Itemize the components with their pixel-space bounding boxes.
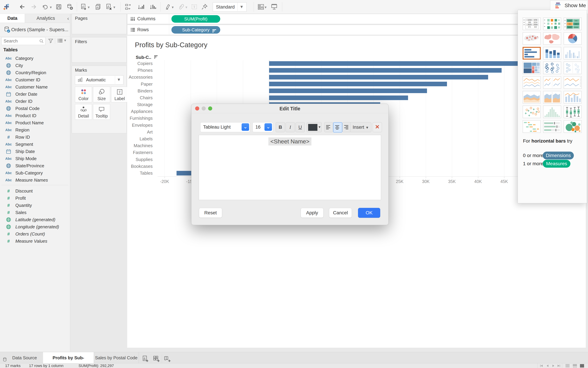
font-size-select[interactable]: 16 ⌄ <box>252 122 273 132</box>
field-item[interactable]: AbcCustomer Name <box>0 83 70 91</box>
new-datasource-button[interactable] <box>67 3 73 10</box>
show-hide-cards-button[interactable] <box>258 3 264 10</box>
row-label[interactable]: Bookcases <box>131 164 153 169</box>
row-field-header[interactable]: Sub-C.. <box>136 55 158 60</box>
showme-thumb-bullet-graph[interactable] <box>543 120 561 133</box>
showme-thumb-box-and-whisker[interactable] <box>564 106 582 118</box>
cards-caret-icon[interactable]: ▾ <box>265 5 267 9</box>
title-text-area[interactable]: <Sheet Name> <box>199 135 381 200</box>
new-worksheet-caret-icon[interactable]: ▾ <box>88 5 90 9</box>
showme-thumb-area-discrete[interactable] <box>543 91 561 103</box>
tab-sales-by-postal-code[interactable]: Sales by Postal Code <box>94 352 139 363</box>
row-label[interactable]: Paper <box>141 82 153 87</box>
sort-ascending-button[interactable] <box>138 3 145 10</box>
filmstrip-view-icon[interactable] <box>573 364 577 368</box>
fix-axes-button[interactable] <box>201 3 208 10</box>
row-label[interactable]: Accessories <box>129 74 153 80</box>
row-label[interactable]: Tables <box>140 171 153 176</box>
show-me-button[interactable]: Show Me <box>550 0 588 10</box>
bold-button[interactable]: B <box>276 122 285 132</box>
field-item[interactable]: Longitude (generated) <box>0 223 70 230</box>
showme-thumb-filled-map[interactable] <box>543 32 561 45</box>
bar-chairs[interactable] <box>269 95 408 100</box>
new-worksheet-button[interactable] <box>80 3 87 10</box>
columns-shelf[interactable]: Columns SUM(Profit) <box>127 14 519 24</box>
mark-type-selector[interactable]: Automatic ▼ <box>75 75 124 85</box>
label-button[interactable]: T Label <box>111 87 128 102</box>
duplicate-sheet-button[interactable] <box>95 3 102 10</box>
bar-phones[interactable] <box>269 68 501 73</box>
showme-thumb-side-by-side-bars[interactable] <box>564 47 582 60</box>
new-dashboard-tab-button[interactable] <box>151 355 162 363</box>
swap-rows-columns-button[interactable] <box>125 3 131 10</box>
pill-sum-profit[interactable]: SUM(Profit) <box>171 15 220 23</box>
showme-thumb-text-table[interactable]: 1234678368303426202559971322 <box>523 18 541 30</box>
showme-thumb-side-by-side-circles[interactable] <box>564 62 582 74</box>
italic-button[interactable]: I <box>286 122 295 132</box>
showme-thumb-dual-combination[interactable] <box>564 91 582 103</box>
pages-shelf[interactable]: Pages <box>72 14 127 34</box>
bar-binders[interactable] <box>269 89 427 93</box>
filters-shelf[interactable]: Filters <box>72 37 127 63</box>
ok-button[interactable]: OK <box>358 208 380 218</box>
save-button[interactable] <box>55 3 62 10</box>
presentation-mode-button[interactable] <box>271 3 278 10</box>
row-label[interactable]: Fasteners <box>133 150 153 155</box>
clear-formatting-button[interactable]: ✕ <box>373 122 382 132</box>
field-item[interactable]: Latitude (generated) <box>0 216 70 223</box>
tab-analytics[interactable]: Analytics <box>25 14 67 23</box>
row-label[interactable]: Storage <box>137 102 153 107</box>
filter-fields-icon[interactable] <box>48 38 53 44</box>
row-label[interactable]: Supplies <box>135 157 153 162</box>
search-input-box[interactable] <box>1 37 45 45</box>
field-item[interactable]: City <box>0 62 70 69</box>
row-label[interactable]: Appliances <box>131 109 153 114</box>
showme-thumb-symbol-map[interactable] <box>523 32 541 45</box>
field-item[interactable]: State/Province <box>0 162 70 169</box>
forward-button[interactable] <box>30 3 37 10</box>
field-item[interactable]: #Profit <box>0 194 70 202</box>
field-item[interactable]: #Measure Values <box>0 238 70 245</box>
row-label[interactable]: Chairs <box>140 95 153 100</box>
bar-paper[interactable] <box>269 82 447 86</box>
align-left-button[interactable] <box>324 122 333 132</box>
showme-thumb-histogram[interactable] <box>543 106 561 118</box>
showme-thumb-circle-views[interactable] <box>543 62 561 74</box>
row-label[interactable]: Labels <box>139 136 153 141</box>
detail-button[interactable]: Detail <box>75 104 92 120</box>
tab-profits-by-sub-category[interactable]: Profits by Sub-Category <box>43 352 94 363</box>
clear-sheet-button[interactable] <box>106 3 112 10</box>
underline-button[interactable]: U <box>296 122 305 132</box>
showme-thumb-highlight-table[interactable] <box>543 18 561 30</box>
field-item[interactable]: #Quantity <box>0 202 70 209</box>
field-item[interactable]: AbcCategory <box>0 55 70 62</box>
field-item[interactable]: #Discount <box>0 187 70 194</box>
row-label[interactable]: Furnishings <box>130 116 153 121</box>
field-item[interactable]: Postal Code <box>0 105 70 112</box>
font-family-select[interactable]: Tableau Light ⌄ <box>200 122 250 132</box>
field-item[interactable]: AbcOrder ID <box>0 98 70 105</box>
field-item[interactable]: AbcMeasure Names <box>0 176 70 184</box>
field-item[interactable]: #Sales <box>0 209 70 216</box>
clear-sheet-caret-icon[interactable]: ▾ <box>113 5 115 9</box>
view-options-icon[interactable] <box>57 38 63 44</box>
showme-thumb-treemap[interactable] <box>523 62 541 74</box>
showme-thumb-horizontal-bars[interactable] <box>523 47 541 60</box>
row-label[interactable]: Copiers <box>137 61 153 66</box>
row-label[interactable]: Phones <box>138 68 153 73</box>
field-item[interactable]: AbcSegment <box>0 141 70 148</box>
field-item[interactable]: AbcProduct Name <box>0 119 70 126</box>
showme-thumb-gantt[interactable] <box>523 120 541 133</box>
showme-thumb-packed-bubbles[interactable] <box>564 120 582 133</box>
back-button[interactable] <box>19 3 26 10</box>
showme-thumb-pie-chart[interactable] <box>564 32 582 45</box>
bar-accessories[interactable] <box>269 75 488 80</box>
last-story-point-icon[interactable] <box>557 364 561 368</box>
showme-thumb-heat-map[interactable]: 1234546368340262053890 <box>564 18 582 30</box>
show-sheet-view-icon[interactable] <box>580 364 584 368</box>
sheet-name-token[interactable]: <Sheet Name> <box>268 138 312 146</box>
rows-shelf[interactable]: Rows Sub-Category <box>127 25 519 35</box>
field-item[interactable]: AbcCustomer ID <box>0 76 70 83</box>
bar-copiers[interactable] <box>269 61 560 66</box>
showme-thumb-scatter-plot[interactable] <box>523 106 541 118</box>
